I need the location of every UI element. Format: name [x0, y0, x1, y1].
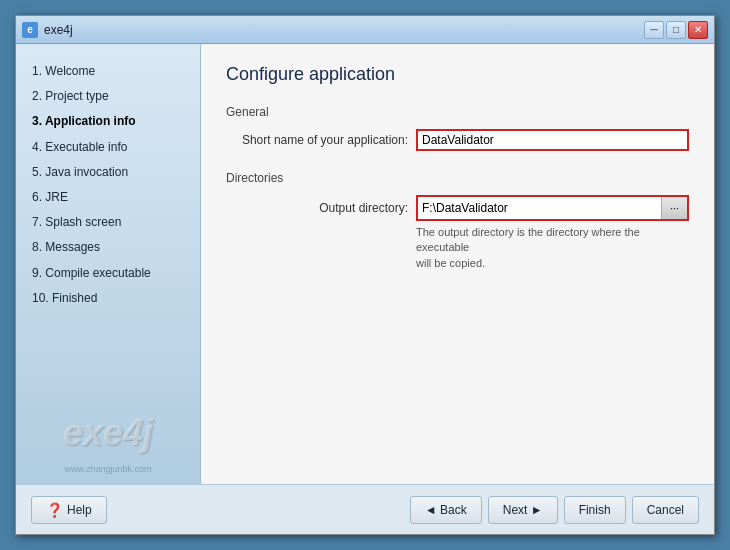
watermark-url: www.zhangjunbk.com: [64, 464, 151, 474]
output-dir-label: Output directory:: [226, 201, 416, 215]
directories-section-label: Directories: [226, 171, 689, 185]
back-button[interactable]: ◄ Back: [410, 496, 482, 524]
main-window: e exe4j ─ □ ✕ 1. Welcome 2. Project type: [15, 15, 715, 535]
sidebar-item-messages[interactable]: 8. Messages: [26, 235, 190, 260]
short-name-row: Short name of your application:: [226, 129, 689, 151]
bottom-left-buttons: ❓ Help: [31, 496, 107, 524]
short-name-label: Short name of your application:: [226, 133, 416, 147]
bottom-bar: ❓ Help ◄ Back Next ► Finish Cancel: [16, 484, 714, 534]
title-bar: e exe4j ─ □ ✕: [16, 16, 714, 44]
general-section: General Short name of your application:: [226, 105, 689, 151]
title-buttons: ─ □ ✕: [644, 21, 708, 39]
cancel-button[interactable]: Cancel: [632, 496, 699, 524]
sidebar-item-application-info[interactable]: 3. Application info: [26, 109, 190, 134]
output-dir-input-wrapper: ···: [416, 195, 689, 221]
finish-button[interactable]: Finish: [564, 496, 626, 524]
sidebar: 1. Welcome 2. Project type 3. Applicatio…: [16, 44, 201, 484]
output-dir-hint: The output directory is the directory wh…: [416, 225, 689, 271]
sidebar-item-executable-info[interactable]: 4. Executable info: [26, 135, 190, 160]
maximize-button[interactable]: □: [666, 21, 686, 39]
main-panel: Configure application General Short name…: [201, 44, 714, 484]
sidebar-item-compile-executable[interactable]: 9. Compile executable: [26, 261, 190, 286]
general-section-label: General: [226, 105, 689, 119]
minimize-button[interactable]: ─: [644, 21, 664, 39]
directories-section: Directories Output directory: ··· The ou…: [226, 171, 689, 271]
content-area: 1. Welcome 2. Project type 3. Applicatio…: [16, 44, 714, 484]
help-icon: ❓: [46, 502, 63, 518]
sidebar-item-splash-screen[interactable]: 7. Splash screen: [26, 210, 190, 235]
watermark: exe4j: [63, 412, 153, 454]
output-dir-row: Output directory: ···: [226, 195, 689, 221]
close-button[interactable]: ✕: [688, 21, 708, 39]
title-bar-left: e exe4j: [22, 22, 73, 38]
window-title: exe4j: [44, 23, 73, 37]
sidebar-item-java-invocation[interactable]: 5. Java invocation: [26, 160, 190, 185]
sidebar-item-project-type[interactable]: 2. Project type: [26, 84, 190, 109]
sidebar-item-welcome[interactable]: 1. Welcome: [26, 59, 190, 84]
sidebar-item-jre[interactable]: 6. JRE: [26, 185, 190, 210]
browse-button[interactable]: ···: [661, 197, 687, 219]
sidebar-item-finished[interactable]: 10. Finished: [26, 286, 190, 311]
app-icon: e: [22, 22, 38, 38]
panel-title: Configure application: [226, 64, 689, 85]
next-button[interactable]: Next ►: [488, 496, 558, 524]
output-dir-input[interactable]: [418, 197, 661, 219]
short-name-input[interactable]: [416, 129, 689, 151]
help-button[interactable]: ❓ Help: [31, 496, 107, 524]
bottom-right-buttons: ◄ Back Next ► Finish Cancel: [410, 496, 699, 524]
